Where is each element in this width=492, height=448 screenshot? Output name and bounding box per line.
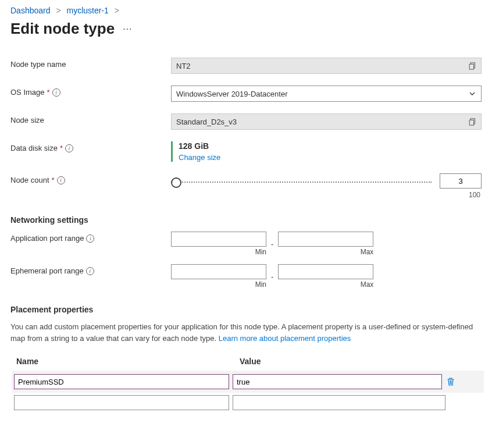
app-port-max[interactable] — [278, 232, 373, 247]
breadcrumb: Dashboard > mycluster-1 > — [10, 6, 482, 15]
breadcrumb-root[interactable]: Dashboard — [10, 6, 51, 15]
os-image-select[interactable]: WindowsServer 2019-Datacenter — [171, 86, 482, 102]
info-icon[interactable]: i — [86, 234, 94, 243]
col-value-header: Value — [237, 357, 482, 366]
min-label: Min — [171, 248, 266, 256]
app-port-min[interactable] — [171, 232, 266, 247]
placement-desc: You can add custom placement properties … — [10, 321, 482, 344]
slider-thumb[interactable] — [171, 177, 181, 188]
max-label: Max — [278, 280, 373, 289]
label-node-count: Node count * i — [10, 173, 171, 184]
copy-icon[interactable] — [468, 62, 476, 70]
placement-learn-more[interactable]: Learn more about placement properties — [219, 334, 351, 343]
node-size-field: Standard_D2s_v3 — [171, 113, 482, 130]
max-label: Max — [278, 248, 373, 256]
node-count-slider[interactable] — [171, 182, 432, 184]
node-count-max: 100 — [171, 191, 482, 199]
info-icon[interactable]: i — [57, 176, 65, 184]
page-title: Edit node type — [10, 20, 115, 38]
min-label: Min — [171, 280, 266, 289]
label-eph-port: Ephemeral port range i — [10, 264, 171, 275]
chevron-right-icon: > — [115, 6, 119, 15]
svg-rect-1 — [469, 64, 473, 69]
chevron-right-icon: > — [56, 6, 60, 15]
more-icon[interactable]: ··· — [123, 24, 132, 34]
label-data-disk: Data disk size * i — [10, 141, 171, 152]
eph-port-min[interactable] — [171, 264, 266, 279]
placement-row — [12, 371, 484, 393]
placement-name-input[interactable] — [14, 395, 229, 410]
label-node-type-name: Node type name — [10, 58, 171, 69]
eph-port-max[interactable] — [278, 264, 373, 279]
range-dash: - — [270, 272, 274, 281]
label-app-port: Application port range i — [10, 232, 171, 243]
svg-rect-3 — [469, 120, 473, 125]
data-disk-value: 128 GiB — [179, 141, 482, 151]
info-icon[interactable]: i — [65, 144, 73, 152]
placement-row-empty — [14, 393, 482, 413]
info-icon[interactable]: i — [86, 267, 94, 275]
placement-value-input[interactable] — [233, 374, 442, 389]
change-size-link[interactable]: Change size — [179, 153, 220, 162]
placement-value-input[interactable] — [233, 395, 445, 410]
node-count-input[interactable] — [440, 173, 482, 189]
breadcrumb-cluster[interactable]: mycluster-1 — [66, 6, 108, 15]
info-icon[interactable]: i — [52, 88, 60, 97]
placement-heading: Placement properties — [10, 305, 482, 314]
placement-name-input[interactable] — [14, 374, 229, 389]
trash-icon[interactable] — [445, 376, 456, 387]
networking-heading: Networking settings — [10, 215, 482, 225]
chevron-down-icon — [468, 90, 476, 98]
placement-table: Name Value — [14, 354, 482, 413]
label-os-image: OS Image * i — [10, 86, 171, 97]
copy-icon[interactable] — [468, 118, 476, 126]
col-name-header: Name — [14, 357, 237, 366]
range-dash: - — [270, 240, 274, 248]
node-type-name-field: NT2 — [171, 58, 482, 74]
label-node-size: Node size — [10, 113, 171, 125]
